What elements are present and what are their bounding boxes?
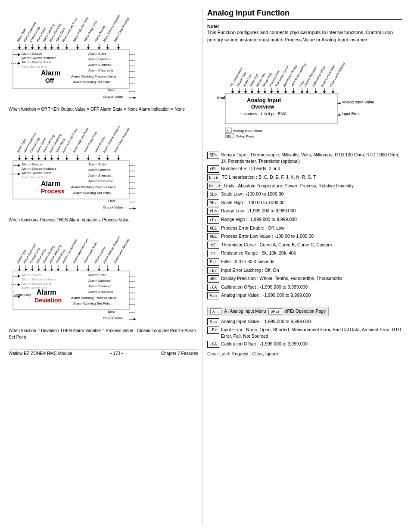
operation-params: Aᵢn Analog Input Value : -1,999.000 to 9… <box>207 318 402 348</box>
svg-marker-101 <box>98 158 100 160</box>
svg-marker-244 <box>314 91 317 93</box>
svg-marker-248 <box>332 91 334 93</box>
svg-text:Alarm Latched: Alarm Latched <box>88 57 111 61</box>
clear-latch-text: Clear Latch Request : Clear, Ignore <box>207 351 278 356</box>
svg-text:Alarm Working Process Value: Alarm Working Process Value <box>71 185 117 189</box>
operation-menu-code: A ᵢ <box>210 308 221 314</box>
svg-marker-81 <box>18 158 21 160</box>
param-lin: L ᵢn TC Linearization : B, C, D, E, F, J… <box>207 174 402 181</box>
svg-text:Alarm Working Process Value: Alarm Working Process Value <box>71 75 117 78</box>
param-desc-rhi: Range High : -1,999.000 to 9,999.000 <box>221 216 402 223</box>
svg-text:Analog Input Menu: Analog Input Menu <box>233 129 262 133</box>
svg-text:Alarm State: Alarm State <box>88 273 106 277</box>
analog-input-overview: TC Linearization Sensor Type Scale Low S… <box>207 48 402 147</box>
svg-marker-24 <box>50 47 53 50</box>
param-code-shi: Shᵢ <box>207 199 219 207</box>
svg-marker-238 <box>292 91 295 93</box>
svg-marker-164 <box>76 269 79 271</box>
param-sen: SEn Sensor Type : Thermocouple, Millivol… <box>207 152 402 164</box>
svg-text:Alarm Source Zone: Alarm Source Zone <box>22 282 51 286</box>
param-desc-dec: Display Precision : Whole, Tenths, Hundr… <box>221 275 402 282</box>
param-code-ain: Aᵢn <box>207 292 219 299</box>
svg-marker-234 <box>277 91 279 93</box>
svg-text:Alarm Source Instance: Alarm Source Instance <box>22 167 56 171</box>
param-desc-rr: Resistance Range : 5k, 10k, 20k, 40k <box>221 250 402 256</box>
svg-marker-148 <box>18 269 21 271</box>
svg-marker-22 <box>44 47 47 50</box>
svg-text:Alarm State: Alarm State <box>88 52 106 56</box>
svg-text:Alarm Source Error: Alarm Source Error <box>22 176 48 179</box>
svg-text:Alarm Working Set Point: Alarm Working Set Point <box>73 80 111 84</box>
svg-text:Alarm Source: Alarm Source <box>22 273 43 277</box>
footer: Watlow EZ-ZONE® RMC Module • 173 • Chapt… <box>9 349 198 356</box>
svg-marker-89 <box>44 158 47 160</box>
svg-text:Alarm Source: Alarm Source <box>22 162 43 166</box>
svg-text:Output Value: Output Value <box>103 205 123 209</box>
svg-text:Alarm Source Error: Alarm Source Error <box>22 65 48 68</box>
svg-text:Process: Process <box>41 188 65 195</box>
param-desc-sen: Sensor Type : Thermocouple, Millivolts, … <box>221 152 402 164</box>
diagram-off: Alarm Type Alarm Hysteresis Control Loop… <box>9 9 198 112</box>
svg-marker-34 <box>98 47 100 50</box>
svg-text:Alarm Working Process Value: Alarm Working Process Value <box>71 296 117 300</box>
diagram-process-caption: When function= Process THEN Alarm Variab… <box>9 217 198 223</box>
diagram-off-svg: Alarm Type Alarm Hysteresis Control Loop… <box>9 9 190 103</box>
param-code-fil: FᵢL <box>207 258 219 266</box>
svg-marker-85 <box>31 158 34 160</box>
diagram-deviation: Alarm Type Alarm Hysteresis Control Loop… <box>9 230 198 340</box>
svg-marker-28 <box>65 47 68 50</box>
svg-marker-152 <box>31 269 34 271</box>
param-desc-ier: Input Error Latching : Off, On <box>221 267 402 274</box>
param-pel: PEL Process Error Low Value : -100.00 to… <box>207 233 402 240</box>
svg-marker-18 <box>31 47 34 50</box>
param-desc-lin: TC Linearization : B, C, D, E, F, J, K, … <box>222 174 402 180</box>
param-code-rlo: rLo <box>207 208 219 215</box>
param-unit: Un ᵢt Units : Absolute Temperature, Powe… <box>207 183 402 190</box>
param-rhi: rhᵢ Range High : -1,999.000 to 9,999.000 <box>207 216 402 224</box>
svg-marker-226 <box>251 91 253 93</box>
svg-text:Alarm Clearable: Alarm Clearable <box>88 290 113 294</box>
svg-marker-97 <box>76 158 79 160</box>
footer-left: Watlow EZ-ZONE® RMC Module <box>9 351 72 356</box>
page-title: Analog Input Function <box>207 9 402 20</box>
svg-marker-95 <box>65 158 68 160</box>
diagram-off-caption: When function = Off THEN Output Value = … <box>9 106 198 112</box>
svg-text:Alarm Source Instance: Alarm Source Instance <box>22 277 56 281</box>
svg-text:Alarm: Alarm <box>41 180 60 187</box>
svg-rect-250 <box>225 93 337 124</box>
op-param-code-ier: ᵢEr <box>207 327 219 334</box>
param-code-ier: ᵢEr <box>207 267 219 274</box>
svg-text:Overview: Overview <box>251 104 274 110</box>
left-column: Alarm Type Alarm Hysteresis Control Loop… <box>9 9 198 523</box>
param-rel: rEL Number of RTD Leads: 2 or 3 <box>207 165 402 173</box>
param-desc-shi: Scale High : -100.00 to 1000.00 <box>221 199 402 206</box>
op-param-ain: Aᵢn Analog Input Value : -1,999.000 to 9… <box>207 318 402 326</box>
svg-marker-14 <box>18 47 21 50</box>
svg-text:A ᵢ: A ᵢ <box>227 129 232 133</box>
svg-text:Error: Error <box>108 88 115 92</box>
param-desc-tc: Thermistor Curve : Curve A, Curve B, Cur… <box>221 242 402 248</box>
svg-marker-224 <box>244 91 247 93</box>
footer-right: Chapter 7 Features <box>161 351 198 356</box>
svg-text:Error: Error <box>108 199 115 203</box>
svg-text:SEt: SEt <box>226 135 232 138</box>
op-param-desc-ica: Calibration Offset : -1,999.000 to 9,999… <box>221 341 402 347</box>
param-desc-rel: Number of RTD Leads: 2 or 3 <box>221 165 402 172</box>
svg-marker-228 <box>257 91 260 93</box>
param-desc-slo: Scale Low : -100.00 to 1000.00 <box>221 191 402 197</box>
operation-page-code: oPEr <box>268 308 282 314</box>
section-divider-op <box>207 303 402 303</box>
param-code-ica: ᵢCA <box>207 284 219 291</box>
svg-marker-83 <box>25 158 27 160</box>
param-pee: PEE Process Error Enable : Off, Low <box>207 225 402 232</box>
svg-marker-26 <box>57 47 59 50</box>
svg-text:Alarm Source Instance: Alarm Source Instance <box>22 56 56 60</box>
svg-marker-99 <box>87 158 90 160</box>
svg-marker-158 <box>50 269 53 271</box>
svg-marker-103 <box>106 158 109 160</box>
svg-text:Alarm: Alarm <box>37 289 56 296</box>
svg-marker-156 <box>44 269 47 271</box>
param-desc-rlo: Range Low : -1,999.000 to 9,999.000 <box>221 208 402 214</box>
svg-marker-32 <box>87 47 90 50</box>
svg-marker-168 <box>98 269 100 271</box>
